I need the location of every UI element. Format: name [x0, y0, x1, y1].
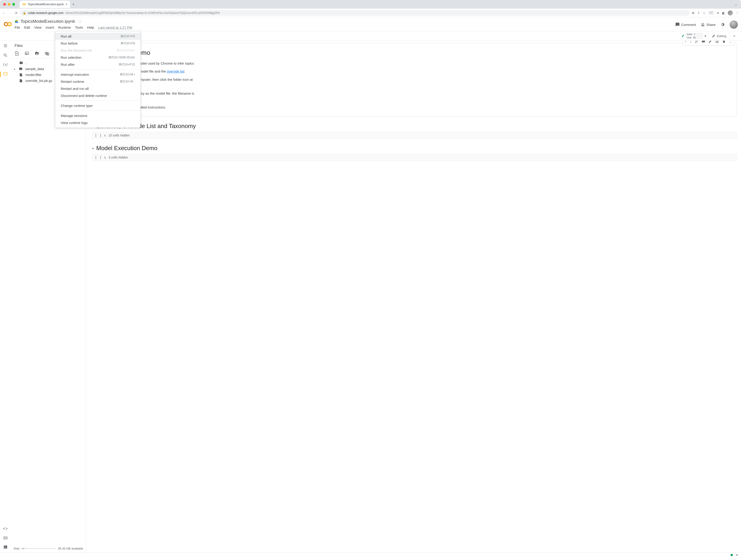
mount-drive-icon[interactable] [35, 51, 39, 56]
status-dot-icon [731, 554, 733, 556]
resources-indicator[interactable]: ✔ RAM Disk ▾ [681, 31, 709, 41]
toc-icon[interactable] [3, 44, 8, 48]
menu-edit[interactable]: Edit [24, 25, 30, 29]
colab-logo-icon[interactable] [3, 19, 12, 29]
svg-point-2 [4, 22, 8, 26]
omnibox[interactable]: 🔒 colab.research.google.com/drive/1Fk1iZ… [20, 10, 689, 16]
nav-buttons: ← → ⟳ [2, 11, 18, 15]
menu-runtime[interactable]: Runtime [58, 25, 71, 29]
window-close-icon[interactable] [3, 3, 6, 6]
terminal-icon[interactable] [3, 545, 8, 549]
runtime-menu-item[interactable]: Change runtime type [55, 102, 140, 109]
user-avatar-icon[interactable] [730, 20, 738, 29]
command-palette-icon[interactable] [3, 536, 8, 540]
colab-favicon-icon [22, 2, 26, 6]
window-zoom-icon[interactable] [12, 3, 15, 6]
cell-move-down-icon[interactable]: ↓ [688, 41, 693, 45]
comment-button[interactable]: Comment [675, 22, 696, 27]
notebook-content[interactable]: ↑ ↓ ⋮ el Execution Demo o load the Tenso… [86, 41, 741, 553]
cell-edit-icon[interactable] [707, 41, 714, 45]
share-button[interactable]: Share [700, 22, 716, 27]
last-saved-text[interactable]: Last saved at 1:27 PM [98, 25, 132, 29]
profile-avatar-icon[interactable] [728, 10, 733, 15]
forward-button[interactable]: → [9, 11, 12, 15]
runtime-menu-item[interactable]: Manage sessions [55, 112, 140, 119]
tab-close-icon[interactable]: × [66, 2, 67, 6]
star-icon[interactable]: ☆ [78, 19, 82, 24]
runtime-menu-item[interactable]: View runtime logs [55, 119, 140, 126]
window-minimize-icon[interactable] [8, 3, 10, 6]
settings-gear-icon[interactable] [720, 22, 725, 27]
extensions-icon[interactable]: ✦ [717, 11, 719, 15]
caret-right-icon[interactable]: ▸ [14, 68, 17, 71]
runtime-menu-item[interactable]: Run after⌘/Ctrl+F10 [55, 61, 140, 68]
menu-tools[interactable]: Tools [75, 25, 83, 29]
runtime-menu-item[interactable]: Run all⌘/Ctrl+F9 [55, 33, 140, 40]
menu-item-shortcut: ⌘/Ctrl+M . [120, 80, 135, 83]
tab-title: TopicsModelExecution.ipynb [28, 3, 64, 6]
search-icon[interactable] [3, 53, 8, 58]
back-button[interactable]: ← [2, 11, 5, 15]
runtime-menu-item[interactable]: Restart runtime⌘/Ctrl+M . [55, 78, 140, 85]
section-header-demo[interactable]: ▸ Model Execution Demo [92, 145, 737, 152]
hidden-count: 10 cells hidden [109, 134, 130, 137]
bookmark-icon[interactable]: ☆ [703, 11, 706, 15]
drive-icon [14, 19, 19, 23]
doc-title[interactable]: TopicsModelExecution.ipynb [20, 19, 75, 24]
left-rail: {x} <> [0, 41, 11, 553]
connected-check-icon: ✔ [681, 33, 685, 38]
text-cell-intro[interactable]: ↑ ↓ ⋮ el Execution Demo o load the Tenso… [91, 43, 737, 117]
section-header-libraries[interactable]: ▸ Libraries, Override List and Taxonomy [92, 123, 737, 130]
menu-item-label: Change runtime type [61, 104, 92, 107]
svg-rect-17 [4, 546, 7, 548]
browser-menu-icon[interactable]: ⋮ [736, 11, 739, 15]
runtime-menu-item[interactable]: Run selection⌘/Ctrl+Shift+Enter [55, 54, 140, 61]
link-override-list[interactable]: override list [167, 69, 184, 73]
side-panel-icon[interactable]: ◧ [722, 11, 725, 15]
code-snippets-icon[interactable]: <> [3, 526, 8, 531]
browser-tab[interactable]: TopicsModelExecution.ipynb × [19, 1, 70, 8]
collapse-header-button[interactable] [730, 34, 739, 38]
status-close-icon[interactable]: ✕ [736, 553, 738, 557]
browser-right-icons: ⊕ ⇧ ☆ OT ✦ ◧ ⋮ [692, 10, 739, 15]
zoom-icon[interactable]: ⊕ [692, 11, 694, 15]
disk-footer-label: Disk [14, 547, 19, 550]
file-icon [19, 79, 24, 83]
runtime-menu-item[interactable]: Interrupt execution⌘/Ctrl+M I [55, 71, 140, 78]
cell-link-icon[interactable] [693, 41, 700, 45]
runtime-menu-item[interactable]: Run before⌘/Ctrl+F8 [55, 40, 140, 47]
menu-insert[interactable]: Insert [46, 25, 54, 29]
upload-file-icon[interactable] [14, 51, 19, 56]
menu-file[interactable]: File [14, 25, 20, 29]
disk-bar [693, 36, 702, 38]
reload-button[interactable]: ⟳ [15, 11, 18, 15]
subdir-arrow-icon: ↳ [104, 156, 106, 159]
profile-badge[interactable]: OT [709, 11, 714, 14]
hidden-cells-block[interactable]: [ ] ↳ 3 cells hidden [92, 154, 737, 161]
variables-icon[interactable]: {x} [3, 63, 8, 67]
files-rail-icon[interactable] [3, 72, 8, 76]
menu-view[interactable]: View [34, 25, 42, 29]
cell-move-up-icon[interactable]: ↑ [683, 41, 688, 45]
hidden-cells-block[interactable]: [ ] ↳ 10 cells hidden [92, 132, 737, 139]
runtime-menu-item[interactable]: Restart and run all [55, 85, 140, 92]
cell-delete-icon[interactable] [721, 41, 727, 45]
menu-help[interactable]: Help [87, 25, 94, 29]
cell-mirror-icon[interactable] [714, 41, 720, 45]
resources-chevron-icon[interactable]: ▾ [704, 34, 706, 38]
cell-toolbar: ↑ ↓ ⋮ [683, 41, 735, 46]
toggle-hidden-icon[interactable] [45, 51, 50, 56]
menu-item-shortcut: ⌘/Ctrl+M I [120, 73, 135, 76]
cell-paragraph: model file provides more detailed instru… [97, 104, 731, 110]
new-tab-button[interactable]: + [72, 2, 74, 6]
file-icon [19, 73, 24, 77]
editing-mode-button[interactable]: Editing [709, 31, 730, 41]
share-url-icon[interactable]: ⇧ [697, 11, 700, 15]
section-title: Model Execution Demo [96, 145, 157, 152]
cell-more-icon[interactable]: ⋮ [728, 41, 734, 45]
svg-line-14 [6, 56, 7, 57]
tab-list-chevron-icon[interactable]: ⌄ [735, 2, 739, 6]
cell-comment-icon[interactable] [700, 41, 706, 45]
runtime-menu-item[interactable]: Disconnect and delete runtime [55, 92, 140, 99]
refresh-folder-icon[interactable] [24, 51, 29, 56]
